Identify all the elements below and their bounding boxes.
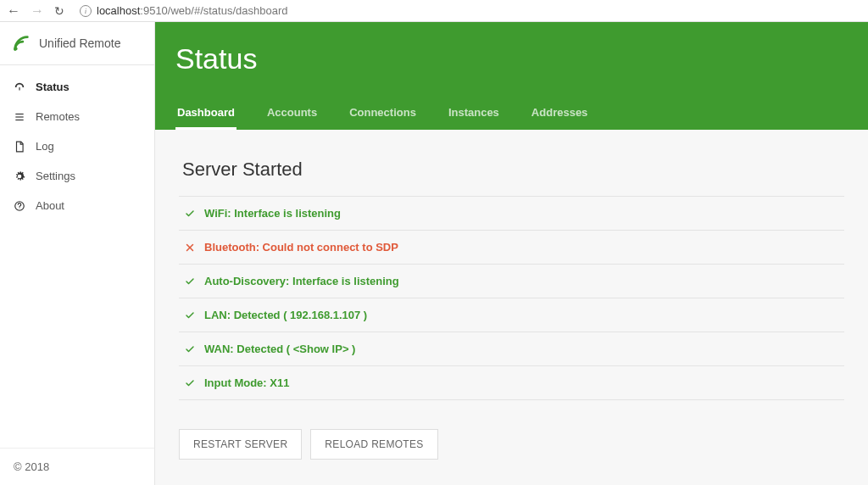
sidebar-item-log[interactable]: Log [0,131,154,161]
status-text: WiFi: Interface is listening [204,207,341,220]
sidebar-item-label: Settings [36,170,75,182]
check-icon [184,344,196,354]
list-icon [14,111,25,123]
panel-title: Server Started [182,159,844,181]
status-row: LAN: Detected ( 192.168.1.107 ) [179,298,844,332]
dashboard-icon [14,81,25,93]
brand-name: Unified Remote [39,36,121,50]
sidebar-item-label: Log [36,140,54,153]
status-text: Bluetooth: Could not connect to SDP [204,241,398,254]
status-text: Auto-Discovery: Interface is listening [204,275,399,287]
sidebar-item-about[interactable]: About [0,191,154,220]
sidebar-item-label: Remotes [36,110,80,123]
tab-connections[interactable]: Connections [348,98,418,130]
sidebar: Unified Remote StatusRemotesLogSettingsA… [0,22,155,485]
sidebar-item-label: Status [36,81,70,93]
brand: Unified Remote [0,22,154,65]
status-row: Bluetooth: Could not connect to SDP [179,230,844,264]
status-row: WAN: Detected ( <Show IP> ) [179,332,844,365]
app-logo-icon [12,34,31,53]
reload-remotes-button[interactable]: RELOAD REMOTES [310,429,437,460]
status-text: LAN: Detected ( 192.168.1.107 ) [204,309,367,321]
tab-addresses[interactable]: Addresses [530,98,589,130]
check-icon [184,209,196,219]
info-icon[interactable]: i [80,5,92,17]
status-text: Input Mode: X11 [204,376,289,389]
x-icon [184,242,196,253]
back-icon[interactable]: ← [7,4,20,18]
status-list: WiFi: Interface is listeningBluetooth: C… [179,196,844,400]
page-title: Status [175,42,848,75]
sidebar-item-remotes[interactable]: Remotes [0,102,154,131]
page-header: Status DashboardAccountsConnectionsInsta… [155,22,868,130]
url-text: localhost:9510/web/#/status/dashboard [97,4,288,17]
svg-point-0 [14,47,18,50]
sidebar-item-label: About [36,199,64,212]
status-text: WAN: Detected ( <Show IP> ) [204,343,355,355]
content: Server Started WiFi: Interface is listen… [155,130,868,485]
svg-point-5 [19,208,20,209]
tab-dashboard[interactable]: Dashboard [175,98,236,130]
check-icon [184,378,196,388]
tabs: DashboardAccountsConnectionsInstancesAdd… [175,98,848,130]
restart-server-button[interactable]: RESTART SERVER [179,429,302,460]
status-row: Auto-Discovery: Interface is listening [179,264,844,298]
tab-instances[interactable]: Instances [447,98,501,130]
main: Status DashboardAccountsConnectionsInsta… [155,22,868,485]
sidebar-footer: © 2018 [0,448,154,485]
browser-toolbar: ← → ↻ i localhost:9510/web/#/status/dash… [0,0,868,22]
check-icon [184,310,196,321]
sidebar-item-status[interactable]: Status [0,72,154,102]
status-row: WiFi: Interface is listening [179,196,844,230]
check-icon [184,276,196,287]
forward-icon[interactable]: → [31,4,44,18]
sidebar-nav: StatusRemotesLogSettingsAbout [0,65,154,227]
gear-icon [14,170,25,182]
action-buttons: RESTART SERVER RELOAD REMOTES [179,429,844,460]
tab-accounts[interactable]: Accounts [265,98,319,130]
sidebar-item-settings[interactable]: Settings [0,161,154,191]
address-bar[interactable]: i localhost:9510/web/#/status/dashboard [80,4,861,17]
file-icon [14,141,25,153]
status-row: Input Mode: X11 [179,365,844,400]
reload-icon[interactable]: ↻ [54,4,64,18]
help-icon [14,200,25,212]
